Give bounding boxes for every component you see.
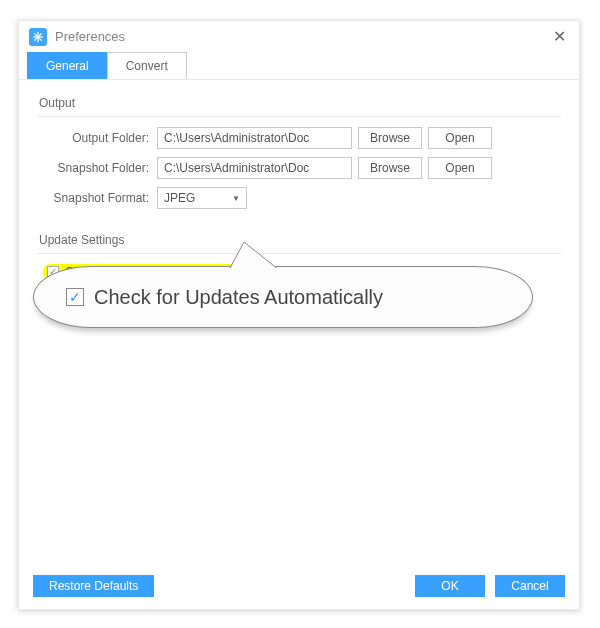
output-folder-open-button[interactable]: Open bbox=[428, 127, 492, 149]
restore-defaults-button[interactable]: Restore Defaults bbox=[33, 575, 154, 597]
preferences-dialog: Preferences ✕ General Convert Output Out… bbox=[18, 20, 580, 610]
tab-bar: General Convert bbox=[19, 52, 579, 80]
ok-button[interactable]: OK bbox=[415, 575, 485, 597]
close-icon[interactable]: ✕ bbox=[549, 27, 569, 46]
section-update-title: Update Settings bbox=[37, 231, 561, 254]
footer-bar: Restore Defaults OK Cancel bbox=[33, 575, 565, 597]
dialog-title: Preferences bbox=[55, 29, 125, 44]
snapshot-format-label: Snapshot Format: bbox=[37, 191, 157, 205]
row-snapshot-format: Snapshot Format: JPEG ▼ bbox=[37, 187, 561, 209]
snapshot-format-select[interactable]: JPEG ▼ bbox=[157, 187, 247, 209]
callout-label: Check for Updates Automatically bbox=[94, 286, 383, 309]
output-folder-label: Output Folder: bbox=[37, 131, 157, 145]
callout-checkbox[interactable]: ✓ bbox=[66, 288, 84, 306]
snapshot-folder-browse-button[interactable]: Browse bbox=[358, 157, 422, 179]
titlebar: Preferences ✕ bbox=[19, 21, 579, 52]
callout-bubble: ✓ Check for Updates Automatically bbox=[33, 266, 533, 328]
tab-general[interactable]: General bbox=[27, 52, 108, 79]
tab-convert[interactable]: Convert bbox=[107, 52, 187, 79]
output-folder-input[interactable] bbox=[157, 127, 352, 149]
snapshot-folder-open-button[interactable]: Open bbox=[428, 157, 492, 179]
cancel-button[interactable]: Cancel bbox=[495, 575, 565, 597]
snapshot-format-value: JPEG bbox=[164, 191, 195, 205]
section-output-title: Output bbox=[37, 94, 561, 117]
chevron-down-icon: ▼ bbox=[232, 194, 240, 203]
svg-rect-4 bbox=[224, 268, 294, 270]
content-area: Output Output Folder: Browse Open Snapsh… bbox=[19, 80, 579, 280]
row-output-folder: Output Folder: Browse Open bbox=[37, 127, 561, 149]
snapshot-folder-input[interactable] bbox=[157, 157, 352, 179]
app-icon bbox=[29, 28, 47, 46]
output-folder-browse-button[interactable]: Browse bbox=[358, 127, 422, 149]
snapshot-folder-label: Snapshot Folder: bbox=[37, 161, 157, 175]
row-snapshot-folder: Snapshot Folder: Browse Open bbox=[37, 157, 561, 179]
